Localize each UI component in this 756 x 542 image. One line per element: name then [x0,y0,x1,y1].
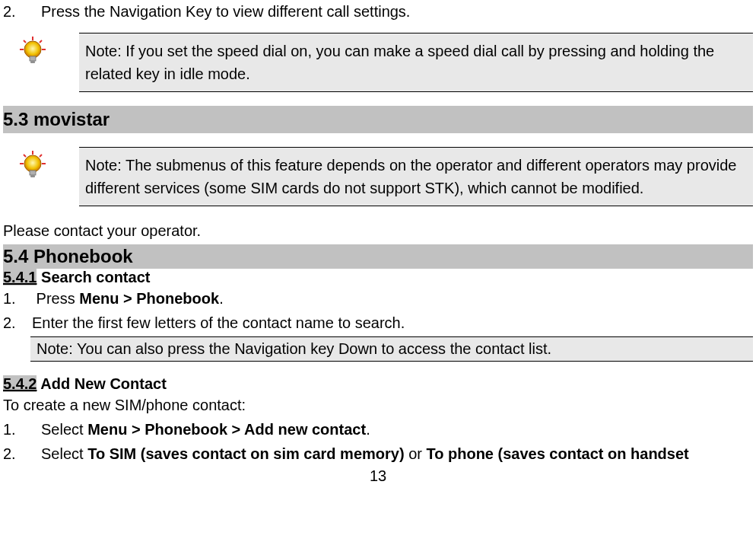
subsection-5-4-2: 5.4.2 Add New Contact [3,375,753,393]
section-heading-5-3: 5.3 movistar [3,106,753,133]
paragraph-contact-operator: Please contact your operator. [3,220,753,241]
list-text: Enter the first few letters of the conta… [32,314,405,331]
page-number: 13 [3,467,753,485]
menu-path: Menu > Phonebook > Add new contact [87,421,366,438]
bold-text: To phone (saves contact on handset [426,445,688,462]
subsection-number: 5.4.1 [3,269,37,285]
list-item: 2.Enter the first few letters of the con… [3,312,753,333]
lightbulb-icon [3,147,79,183]
text: Select [41,445,87,462]
svg-rect-9 [30,171,36,175]
list-item: 2.Press the Navigation Key to view diffe… [3,3,753,21]
lightbulb-icon [3,33,79,69]
list-item: 1.Select Menu > Phonebook > Add new cont… [3,419,753,440]
text: . [219,290,224,307]
svg-rect-1 [30,56,36,61]
list-number: 1. [3,288,32,309]
subsection-title: Add New Contact [37,375,166,392]
svg-line-13 [24,155,26,157]
text: or [408,445,426,462]
text: Press [32,290,79,307]
subsection-number: 5.4.2 [3,375,37,392]
list-number: 2. [3,3,41,21]
subsection-5-4-1: 5.4.1 Search contact [3,269,753,286]
menu-path: Menu > Phonebook [79,290,219,307]
list-number: 2. [3,312,32,333]
svg-point-8 [24,155,41,172]
paragraph: To create a new SIM/phone contact: [3,394,753,416]
list-number: 1. [3,419,41,440]
note-text: Note: The submenus of this feature depen… [85,157,736,196]
svg-line-14 [40,155,42,157]
section-heading-5-4: 5.4 Phonebook [3,244,753,269]
subsection-title: Search contact [37,269,150,285]
list-item: 2.Select To SIM (saves contact on sim ca… [3,443,753,464]
note-text: Note: You can also press the Navigation … [37,340,551,357]
note-box-1: Note: If you set the speed dial on, you … [79,33,753,92]
list-item: 1. Press Menu > Phonebook. [3,288,753,309]
svg-rect-2 [30,61,35,63]
svg-rect-10 [30,175,35,177]
note-box-2: Note: The submenus of this feature depen… [79,147,753,206]
note-row-1: Note: If you set the speed dial on, you … [3,33,753,92]
note-box-3: Note: You can also press the Navigation … [30,336,753,362]
text: . [366,421,370,438]
bold-text: To SIM (saves contact on sim card memory… [87,445,408,462]
svg-line-6 [40,40,42,43]
note-row-2: Note: The submenus of this feature depen… [3,147,753,206]
note-text: Note: If you set the speed dial on, you … [85,43,714,82]
list-number: 2. [3,443,41,464]
svg-line-5 [24,40,26,43]
text: Select [41,421,87,438]
list-text: Press the Navigation Key to view differe… [41,3,410,20]
svg-point-0 [24,41,41,58]
